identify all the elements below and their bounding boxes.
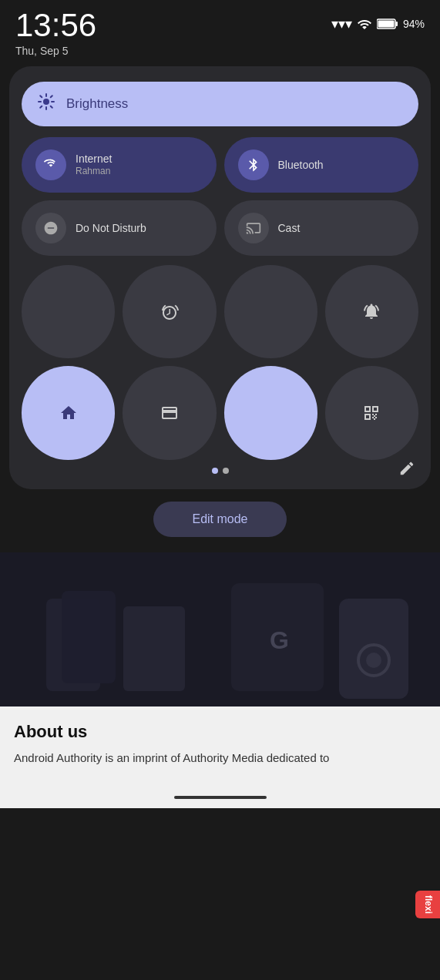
icon-btn-circle[interactable] bbox=[224, 366, 317, 459]
brightness-tile[interactable]: Brightness bbox=[22, 82, 418, 126]
about-title: About us bbox=[14, 722, 426, 742]
wifi-signal-icon bbox=[357, 18, 372, 30]
edit-pencil-icon[interactable] bbox=[398, 460, 415, 481]
icon-grid-row1 bbox=[22, 265, 418, 358]
bluetooth-tile[interactable]: Bluetooth bbox=[224, 137, 419, 193]
dnd-label: Do Not Disturb bbox=[76, 221, 146, 235]
svg-rect-14 bbox=[62, 591, 116, 683]
dot-1 bbox=[212, 468, 218, 474]
svg-line-9 bbox=[51, 106, 52, 108]
internet-text: Internet Rahman bbox=[76, 152, 112, 178]
status-bar: 13:56 Thu, Sep 5 ▾▾▾ 94% bbox=[0, 0, 440, 60]
home-bar bbox=[0, 790, 440, 808]
dnd-icon-wrap bbox=[35, 213, 66, 243]
devices-illustration: G bbox=[0, 552, 440, 706]
page-dots bbox=[212, 468, 229, 474]
status-icons: ▾▾▾ 94% bbox=[331, 15, 425, 32]
svg-text:G: G bbox=[270, 626, 289, 654]
internet-label: Internet bbox=[76, 152, 112, 166]
dot-2 bbox=[223, 468, 229, 474]
icon-btn-alarm[interactable] bbox=[123, 265, 216, 358]
icon-btn-qr[interactable] bbox=[325, 366, 418, 459]
svg-line-8 bbox=[40, 96, 42, 97]
icon-grid-row2 bbox=[22, 366, 418, 459]
svg-line-11 bbox=[40, 106, 42, 108]
svg-line-10 bbox=[51, 96, 52, 97]
svg-rect-18 bbox=[339, 599, 408, 699]
brightness-icon bbox=[37, 92, 55, 116]
about-text: Android Authority is an imprint of Autho… bbox=[14, 750, 426, 767]
cast-tile[interactable]: Cast bbox=[224, 200, 419, 256]
battery-percent: 94% bbox=[403, 18, 425, 30]
date: Thu, Sep 5 bbox=[15, 45, 96, 57]
photo-section: G bbox=[0, 552, 440, 706]
toggle-grid: Internet Rahman Bluetooth Do N bbox=[22, 137, 418, 256]
brightness-label: Brightness bbox=[66, 96, 128, 112]
internet-sublabel: Rahman bbox=[76, 166, 112, 178]
internet-tile[interactable]: Internet Rahman bbox=[22, 137, 217, 193]
quick-settings-panel: Brightness Internet Rahman Bluet bbox=[9, 66, 431, 489]
svg-rect-1 bbox=[395, 22, 398, 26]
cast-label: Cast bbox=[278, 221, 301, 235]
svg-rect-2 bbox=[378, 21, 394, 28]
icon-btn-card[interactable] bbox=[123, 366, 216, 459]
bluetooth-label: Bluetooth bbox=[278, 158, 324, 172]
bluetooth-icon-wrap bbox=[238, 149, 269, 180]
bottom-row bbox=[22, 468, 418, 474]
dnd-tile[interactable]: Do Not Disturb bbox=[22, 200, 217, 256]
svg-point-20 bbox=[366, 653, 381, 668]
edit-mode-button[interactable]: Edit mode bbox=[153, 502, 286, 537]
about-section: About us Android Authority is an imprint… bbox=[0, 706, 440, 790]
clock: 13:56 bbox=[15, 9, 96, 42]
icon-btn-empty2[interactable] bbox=[224, 265, 317, 358]
cast-text: Cast bbox=[278, 221, 301, 235]
photo-devices: G bbox=[0, 552, 440, 706]
flexi-badge[interactable]: flexi bbox=[415, 891, 440, 918]
svg-rect-15 bbox=[123, 606, 185, 691]
home-bar-line bbox=[174, 796, 267, 799]
battery-icon bbox=[377, 18, 398, 30]
svg-point-3 bbox=[43, 99, 49, 105]
cast-icon-wrap bbox=[238, 213, 269, 243]
icon-btn-bell[interactable] bbox=[325, 265, 418, 358]
wifi-icon: ▾▾▾ bbox=[331, 15, 352, 32]
internet-icon-wrap bbox=[35, 149, 66, 180]
bluetooth-text: Bluetooth bbox=[278, 158, 324, 172]
icon-btn-empty1[interactable] bbox=[22, 265, 115, 358]
icon-btn-home[interactable] bbox=[22, 366, 115, 459]
dnd-text: Do Not Disturb bbox=[76, 221, 146, 235]
